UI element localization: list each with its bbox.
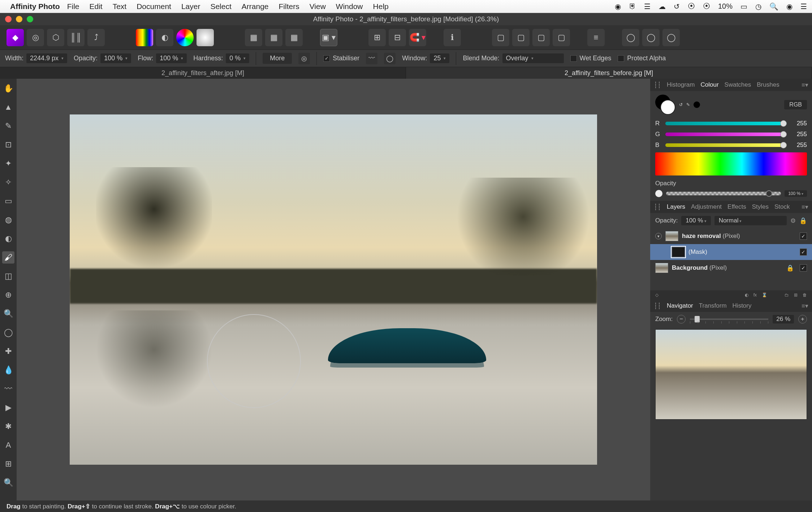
blend-mode-field[interactable]: Blend Mode: Overlay bbox=[463, 53, 563, 63]
layer-expand-toggle[interactable]: ▾ bbox=[655, 233, 662, 239]
text-tool[interactable]: A bbox=[2, 439, 14, 451]
view-tool[interactable]: ✋ bbox=[2, 82, 14, 95]
zoom-tool-icon[interactable]: 🔍 bbox=[2, 308, 14, 320]
panel-tab-adjustment[interactable]: Adjustment bbox=[691, 203, 722, 211]
opacity-value[interactable]: 100 % bbox=[100, 53, 131, 63]
move-tool[interactable]: ▲ bbox=[2, 101, 14, 113]
navigator-thumbnail[interactable] bbox=[655, 329, 807, 420]
layer-name[interactable]: haze removal bbox=[682, 233, 721, 239]
menu-filters[interactable]: Filters bbox=[279, 2, 299, 11]
menu-window[interactable]: Window bbox=[336, 2, 363, 11]
blend-mode-value[interactable]: Overlay bbox=[502, 53, 564, 63]
panel-tab-transform[interactable]: Transform bbox=[699, 302, 727, 309]
layer-mask-icon[interactable]: ◇ bbox=[655, 292, 658, 298]
clock-icon[interactable]: ◷ bbox=[755, 2, 761, 11]
status-icon[interactable]: ◉ bbox=[615, 2, 621, 11]
window-zoom-button[interactable] bbox=[27, 16, 33, 22]
blue-slider[interactable]: B255 bbox=[655, 142, 807, 149]
adjustments-icon[interactable]: ◐ bbox=[745, 292, 748, 298]
siri-icon[interactable]: ◉ bbox=[786, 2, 792, 11]
marquee-tool[interactable]: ▭ bbox=[2, 195, 14, 207]
panel-menu-icon[interactable]: ≡▾ bbox=[802, 302, 808, 310]
width-value[interactable]: 2244.9 px bbox=[26, 53, 67, 63]
selection-brush-tool[interactable]: ✦ bbox=[2, 157, 14, 170]
layer-blend-dropdown[interactable]: Normal bbox=[714, 216, 787, 225]
layer-thumbnail[interactable] bbox=[655, 263, 668, 273]
smudge-tool[interactable]: 〰 bbox=[2, 383, 14, 395]
window-close-button[interactable] bbox=[5, 16, 12, 22]
menu-edit[interactable]: Edit bbox=[89, 2, 102, 11]
blur-tool[interactable]: 💧 bbox=[2, 364, 14, 376]
document-canvas[interactable] bbox=[70, 114, 597, 465]
panel-tab-navigator[interactable]: Navigator bbox=[667, 302, 693, 309]
zoom-out-button[interactable]: − bbox=[677, 315, 686, 324]
boolean-subtract-button[interactable]: ◯ bbox=[642, 29, 660, 46]
stabiliser-checkbox[interactable]: Stabiliser bbox=[323, 55, 359, 62]
blue-value[interactable]: 255 bbox=[790, 142, 807, 149]
snap-grid-button[interactable]: ⊞ bbox=[368, 29, 386, 46]
timemachine-icon[interactable]: ↺ bbox=[674, 2, 680, 11]
red-value[interactable]: 255 bbox=[790, 120, 807, 127]
shape-tool[interactable]: ✱ bbox=[2, 420, 14, 433]
menu-text[interactable]: Text bbox=[113, 2, 127, 11]
red-slider[interactable]: R255 bbox=[655, 120, 807, 127]
layer-row[interactable]: ▾ haze removal (Pixel) bbox=[650, 228, 812, 244]
autocontrast-button[interactable]: ◐ bbox=[156, 29, 173, 46]
hardness-value[interactable]: 0 % bbox=[226, 53, 249, 63]
menu-layer[interactable]: Layer bbox=[181, 2, 200, 11]
lock-icon[interactable]: 🔒 bbox=[799, 217, 807, 225]
bluetooth-icon[interactable]: ⦿ bbox=[688, 2, 695, 10]
panel-tab-swatches[interactable]: Swatches bbox=[725, 81, 751, 88]
canvas-viewport[interactable] bbox=[17, 79, 650, 500]
export-persona-button[interactable]: ⤴ bbox=[87, 29, 105, 46]
layer-visibility-checkbox[interactable] bbox=[800, 233, 807, 240]
panel-tab-brushes[interactable]: Brushes bbox=[757, 81, 779, 88]
document-tab[interactable]: 2_affinity_filters_before.jpg [M] bbox=[406, 67, 812, 79]
layer-thumbnail[interactable] bbox=[665, 231, 678, 241]
force-pixel-alignment-button[interactable]: 🧲 ▾ bbox=[409, 29, 426, 46]
zoom-slider[interactable] bbox=[690, 318, 768, 320]
gradient-tool[interactable]: ◐ bbox=[2, 233, 14, 245]
cloud-icon[interactable]: ☁ bbox=[658, 2, 666, 11]
flow-value[interactable]: 100 % bbox=[156, 53, 187, 63]
layer-name[interactable]: Background bbox=[672, 264, 708, 271]
notification-center-icon[interactable]: ☰ bbox=[800, 2, 807, 11]
zoom-tool[interactable]: 🔍 bbox=[2, 477, 14, 489]
layer-visibility-checkbox[interactable] bbox=[800, 248, 807, 256]
shield-icon[interactable]: ⛨ bbox=[629, 2, 636, 10]
selection-subtract-button[interactable]: ▦ bbox=[285, 29, 303, 46]
colour-model-dropdown[interactable]: RGB bbox=[784, 100, 807, 109]
autowhitebalance-button[interactable] bbox=[196, 29, 214, 46]
align-button[interactable]: ≡ bbox=[587, 29, 605, 46]
document-tab[interactable]: 2_affinity_filters_after.jpg [M] bbox=[0, 67, 406, 79]
layer-row[interactable]: Background (Pixel) 🔒 bbox=[650, 260, 812, 276]
clone-tool[interactable]: ⊕ bbox=[2, 289, 14, 301]
wifi-icon[interactable]: ⦿ bbox=[703, 2, 710, 10]
pressure-icon[interactable]: ◎ bbox=[298, 53, 310, 64]
menu-file[interactable]: File bbox=[67, 2, 79, 11]
quick-mask-button[interactable]: ▣ ▾ bbox=[320, 29, 337, 46]
assistant-button[interactable]: ℹ bbox=[444, 29, 461, 46]
arrange-front-button[interactable]: ▢ bbox=[553, 29, 570, 46]
photo-persona-button[interactable]: ◆ bbox=[7, 29, 24, 46]
brush-width-field[interactable]: Width: 2244.9 px bbox=[5, 53, 67, 63]
panel-tab-history[interactable]: History bbox=[733, 302, 752, 309]
more-button[interactable]: More bbox=[263, 53, 292, 64]
tone-mapping-persona-button[interactable]: ║║ bbox=[67, 29, 85, 46]
panel-menu-icon[interactable]: ≡▾ bbox=[802, 203, 808, 211]
panel-tab-effects[interactable]: Effects bbox=[727, 203, 746, 211]
colour-wells[interactable] bbox=[655, 95, 675, 115]
menu-arrange[interactable]: Arrange bbox=[242, 2, 269, 11]
panel-tab-histogram[interactable]: Histogram bbox=[667, 81, 695, 88]
live-filter-icon[interactable]: ⌛ bbox=[762, 292, 767, 298]
boolean-intersect-button[interactable]: ◯ bbox=[662, 29, 680, 46]
stabiliser-window-field[interactable]: Window: 25 bbox=[402, 53, 449, 63]
colour-spectrum[interactable] bbox=[655, 152, 807, 175]
spotlight-icon[interactable]: 🔍 bbox=[769, 2, 778, 11]
layer-row[interactable]: (Mask) bbox=[650, 244, 812, 260]
flood-fill-tool[interactable]: ◍ bbox=[2, 214, 14, 226]
window-stabiliser-icon[interactable]: ◯ bbox=[384, 53, 396, 64]
crop-tool[interactable]: ⊡ bbox=[2, 139, 14, 151]
panel-tab-layers[interactable]: Layers bbox=[667, 203, 685, 211]
layer-opacity-dropdown[interactable]: 100 % bbox=[681, 216, 710, 225]
